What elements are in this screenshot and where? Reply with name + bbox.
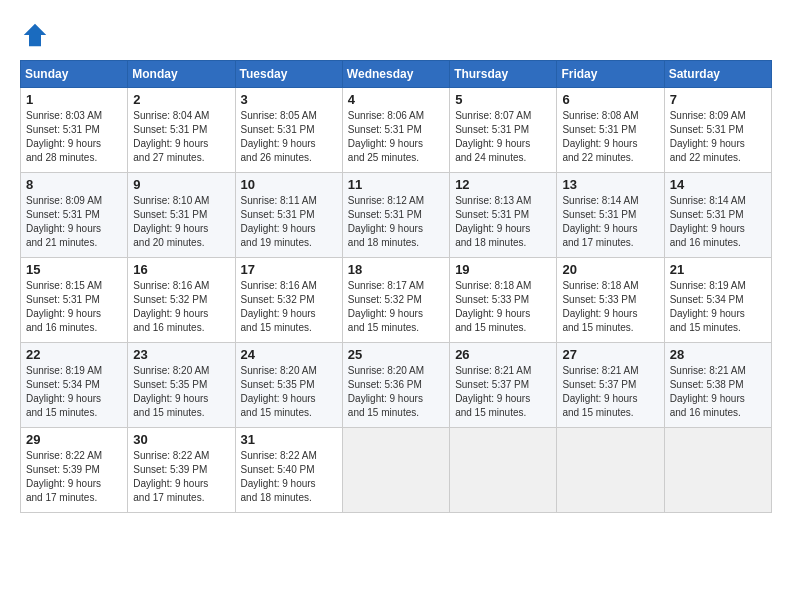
day-info: Sunrise: 8:22 AM Sunset: 5:39 PM Dayligh… xyxy=(133,449,229,505)
day-number: 3 xyxy=(241,92,337,107)
calendar-day-header: Sunday xyxy=(21,61,128,88)
calendar-cell: 26 Sunrise: 8:21 AM Sunset: 5:37 PM Dayl… xyxy=(450,343,557,428)
day-info: Sunrise: 8:20 AM Sunset: 5:35 PM Dayligh… xyxy=(133,364,229,420)
calendar-day-header: Wednesday xyxy=(342,61,449,88)
day-info: Sunrise: 8:09 AM Sunset: 5:31 PM Dayligh… xyxy=(670,109,766,165)
calendar-cell: 6 Sunrise: 8:08 AM Sunset: 5:31 PM Dayli… xyxy=(557,88,664,173)
calendar-cell: 9 Sunrise: 8:10 AM Sunset: 5:31 PM Dayli… xyxy=(128,173,235,258)
day-number: 28 xyxy=(670,347,766,362)
calendar-cell: 15 Sunrise: 8:15 AM Sunset: 5:31 PM Dayl… xyxy=(21,258,128,343)
calendar-cell: 2 Sunrise: 8:04 AM Sunset: 5:31 PM Dayli… xyxy=(128,88,235,173)
calendar-day-header: Thursday xyxy=(450,61,557,88)
calendar-cell: 27 Sunrise: 8:21 AM Sunset: 5:37 PM Dayl… xyxy=(557,343,664,428)
calendar-cell xyxy=(664,428,771,513)
calendar-cell: 13 Sunrise: 8:14 AM Sunset: 5:31 PM Dayl… xyxy=(557,173,664,258)
calendar-cell xyxy=(342,428,449,513)
calendar-cell: 28 Sunrise: 8:21 AM Sunset: 5:38 PM Dayl… xyxy=(664,343,771,428)
calendar-table: SundayMondayTuesdayWednesdayThursdayFrid… xyxy=(20,60,772,513)
day-number: 5 xyxy=(455,92,551,107)
calendar-week-row: 8 Sunrise: 8:09 AM Sunset: 5:31 PM Dayli… xyxy=(21,173,772,258)
day-number: 18 xyxy=(348,262,444,277)
calendar-body: 1 Sunrise: 8:03 AM Sunset: 5:31 PM Dayli… xyxy=(21,88,772,513)
svg-marker-0 xyxy=(24,24,47,47)
day-number: 19 xyxy=(455,262,551,277)
day-info: Sunrise: 8:13 AM Sunset: 5:31 PM Dayligh… xyxy=(455,194,551,250)
day-number: 15 xyxy=(26,262,122,277)
day-number: 10 xyxy=(241,177,337,192)
calendar-cell xyxy=(557,428,664,513)
day-info: Sunrise: 8:17 AM Sunset: 5:32 PM Dayligh… xyxy=(348,279,444,335)
calendar-cell: 12 Sunrise: 8:13 AM Sunset: 5:31 PM Dayl… xyxy=(450,173,557,258)
day-number: 26 xyxy=(455,347,551,362)
day-info: Sunrise: 8:16 AM Sunset: 5:32 PM Dayligh… xyxy=(241,279,337,335)
day-number: 21 xyxy=(670,262,766,277)
day-info: Sunrise: 8:19 AM Sunset: 5:34 PM Dayligh… xyxy=(26,364,122,420)
day-info: Sunrise: 8:16 AM Sunset: 5:32 PM Dayligh… xyxy=(133,279,229,335)
day-info: Sunrise: 8:18 AM Sunset: 5:33 PM Dayligh… xyxy=(562,279,658,335)
calendar-cell: 18 Sunrise: 8:17 AM Sunset: 5:32 PM Dayl… xyxy=(342,258,449,343)
calendar-week-row: 15 Sunrise: 8:15 AM Sunset: 5:31 PM Dayl… xyxy=(21,258,772,343)
day-number: 29 xyxy=(26,432,122,447)
calendar-day-header: Saturday xyxy=(664,61,771,88)
calendar-cell xyxy=(450,428,557,513)
calendar-cell: 19 Sunrise: 8:18 AM Sunset: 5:33 PM Dayl… xyxy=(450,258,557,343)
day-number: 9 xyxy=(133,177,229,192)
calendar-week-row: 29 Sunrise: 8:22 AM Sunset: 5:39 PM Dayl… xyxy=(21,428,772,513)
calendar-cell: 3 Sunrise: 8:05 AM Sunset: 5:31 PM Dayli… xyxy=(235,88,342,173)
day-info: Sunrise: 8:21 AM Sunset: 5:38 PM Dayligh… xyxy=(670,364,766,420)
day-number: 17 xyxy=(241,262,337,277)
day-info: Sunrise: 8:04 AM Sunset: 5:31 PM Dayligh… xyxy=(133,109,229,165)
day-info: Sunrise: 8:14 AM Sunset: 5:31 PM Dayligh… xyxy=(670,194,766,250)
day-number: 13 xyxy=(562,177,658,192)
day-number: 27 xyxy=(562,347,658,362)
day-number: 16 xyxy=(133,262,229,277)
calendar-week-row: 22 Sunrise: 8:19 AM Sunset: 5:34 PM Dayl… xyxy=(21,343,772,428)
day-info: Sunrise: 8:12 AM Sunset: 5:31 PM Dayligh… xyxy=(348,194,444,250)
day-number: 23 xyxy=(133,347,229,362)
day-number: 31 xyxy=(241,432,337,447)
calendar-cell: 7 Sunrise: 8:09 AM Sunset: 5:31 PM Dayli… xyxy=(664,88,771,173)
day-number: 14 xyxy=(670,177,766,192)
day-number: 6 xyxy=(562,92,658,107)
calendar-header-row: SundayMondayTuesdayWednesdayThursdayFrid… xyxy=(21,61,772,88)
day-number: 25 xyxy=(348,347,444,362)
day-info: Sunrise: 8:07 AM Sunset: 5:31 PM Dayligh… xyxy=(455,109,551,165)
day-info: Sunrise: 8:20 AM Sunset: 5:35 PM Dayligh… xyxy=(241,364,337,420)
calendar-cell: 29 Sunrise: 8:22 AM Sunset: 5:39 PM Dayl… xyxy=(21,428,128,513)
day-info: Sunrise: 8:21 AM Sunset: 5:37 PM Dayligh… xyxy=(562,364,658,420)
day-info: Sunrise: 8:15 AM Sunset: 5:31 PM Dayligh… xyxy=(26,279,122,335)
day-info: Sunrise: 8:18 AM Sunset: 5:33 PM Dayligh… xyxy=(455,279,551,335)
day-info: Sunrise: 8:21 AM Sunset: 5:37 PM Dayligh… xyxy=(455,364,551,420)
day-number: 7 xyxy=(670,92,766,107)
day-number: 20 xyxy=(562,262,658,277)
day-number: 1 xyxy=(26,92,122,107)
day-info: Sunrise: 8:03 AM Sunset: 5:31 PM Dayligh… xyxy=(26,109,122,165)
day-number: 30 xyxy=(133,432,229,447)
calendar-cell: 21 Sunrise: 8:19 AM Sunset: 5:34 PM Dayl… xyxy=(664,258,771,343)
calendar-cell: 4 Sunrise: 8:06 AM Sunset: 5:31 PM Dayli… xyxy=(342,88,449,173)
day-number: 12 xyxy=(455,177,551,192)
day-info: Sunrise: 8:14 AM Sunset: 5:31 PM Dayligh… xyxy=(562,194,658,250)
calendar-cell: 30 Sunrise: 8:22 AM Sunset: 5:39 PM Dayl… xyxy=(128,428,235,513)
day-info: Sunrise: 8:06 AM Sunset: 5:31 PM Dayligh… xyxy=(348,109,444,165)
calendar-cell: 17 Sunrise: 8:16 AM Sunset: 5:32 PM Dayl… xyxy=(235,258,342,343)
day-number: 8 xyxy=(26,177,122,192)
day-number: 22 xyxy=(26,347,122,362)
day-info: Sunrise: 8:19 AM Sunset: 5:34 PM Dayligh… xyxy=(670,279,766,335)
day-info: Sunrise: 8:08 AM Sunset: 5:31 PM Dayligh… xyxy=(562,109,658,165)
calendar-cell: 31 Sunrise: 8:22 AM Sunset: 5:40 PM Dayl… xyxy=(235,428,342,513)
calendar-cell: 11 Sunrise: 8:12 AM Sunset: 5:31 PM Dayl… xyxy=(342,173,449,258)
calendar-cell: 23 Sunrise: 8:20 AM Sunset: 5:35 PM Dayl… xyxy=(128,343,235,428)
day-info: Sunrise: 8:22 AM Sunset: 5:39 PM Dayligh… xyxy=(26,449,122,505)
calendar-cell: 8 Sunrise: 8:09 AM Sunset: 5:31 PM Dayli… xyxy=(21,173,128,258)
logo-icon xyxy=(20,20,50,50)
day-info: Sunrise: 8:11 AM Sunset: 5:31 PM Dayligh… xyxy=(241,194,337,250)
calendar-day-header: Friday xyxy=(557,61,664,88)
logo xyxy=(20,20,54,50)
calendar-day-header: Tuesday xyxy=(235,61,342,88)
day-info: Sunrise: 8:10 AM Sunset: 5:31 PM Dayligh… xyxy=(133,194,229,250)
calendar-cell: 1 Sunrise: 8:03 AM Sunset: 5:31 PM Dayli… xyxy=(21,88,128,173)
calendar-cell: 24 Sunrise: 8:20 AM Sunset: 5:35 PM Dayl… xyxy=(235,343,342,428)
calendar-cell: 20 Sunrise: 8:18 AM Sunset: 5:33 PM Dayl… xyxy=(557,258,664,343)
calendar-cell: 5 Sunrise: 8:07 AM Sunset: 5:31 PM Dayli… xyxy=(450,88,557,173)
